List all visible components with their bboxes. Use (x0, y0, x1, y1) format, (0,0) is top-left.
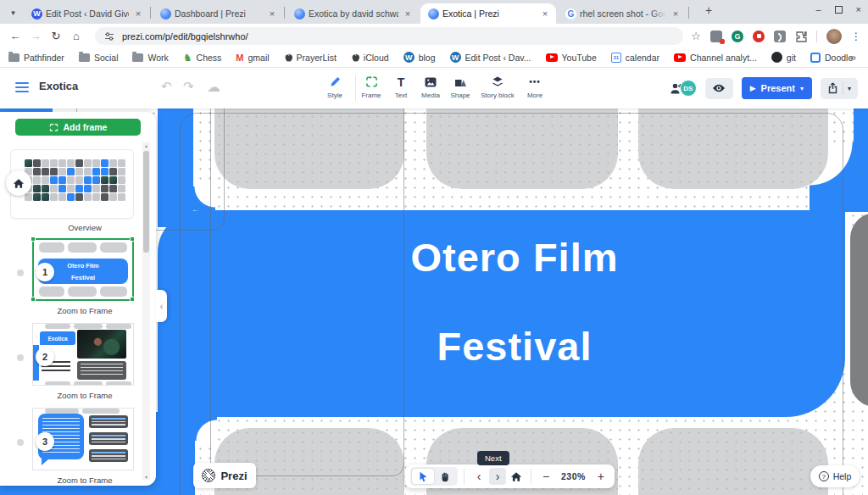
bookmarks-overflow-icon[interactable]: » (850, 52, 856, 64)
scrollbar-thumb[interactable] (143, 151, 149, 253)
google-icon: G (565, 8, 576, 19)
bookmark-pathfinder[interactable]: Pathfinder (8, 53, 64, 63)
tab-close-icon[interactable]: × (539, 8, 551, 19)
pan-hand-tool[interactable] (434, 469, 456, 484)
calendar-icon: 31 (611, 53, 621, 63)
forward-button[interactable]: → (25, 30, 46, 42)
bookmark-edit-post[interactable]: WEdit Post ‹ Dav... (450, 52, 531, 63)
new-tab-button[interactable]: + (702, 3, 715, 17)
share-button[interactable]: ▾ (821, 78, 858, 99)
bookmark-blog[interactable]: Wblog (403, 52, 436, 63)
home-view-button[interactable] (508, 468, 525, 485)
overview-label: Overview (25, 223, 144, 232)
cursor-icon (418, 471, 428, 482)
sidebar-scrollbar[interactable]: ▴ ▾ (142, 142, 150, 480)
zoom-to-frame-label[interactable]: Zoom to Frame (25, 476, 144, 485)
prezi-icon (294, 8, 305, 19)
next-button[interactable]: › (489, 468, 506, 485)
tab-title: Dashboard | Prezi (175, 8, 263, 19)
zoom-out-button[interactable]: − (537, 468, 554, 485)
zoom-to-frame-label[interactable]: Zoom to Frame (25, 306, 144, 315)
tab-close-icon[interactable]: × (670, 8, 682, 19)
present-button[interactable]: ▶ Present ▾ (742, 77, 812, 99)
tab-search-icon[interactable]: ▾ (6, 5, 20, 19)
tab-exotica-active[interactable]: Exotica | Prezi × (420, 3, 556, 24)
rss-icon[interactable] (774, 31, 786, 42)
drag-handle[interactable] (17, 354, 24, 361)
zoom-to-frame-label[interactable]: Zoom to Frame (25, 391, 144, 400)
tab-close-icon[interactable]: × (132, 8, 144, 19)
tab-exotica-by[interactable]: Exotica by david schwar × (287, 3, 419, 24)
bookmark-icloud[interactable]: iCloud (351, 53, 389, 63)
share-icon (827, 82, 838, 94)
restore-button[interactable] (835, 6, 843, 14)
bookmark-calendar[interactable]: 31calendar (611, 53, 659, 63)
tab-close-icon[interactable]: × (266, 8, 278, 19)
slide-title-line2: Festival (212, 323, 817, 370)
overview-mosaic (25, 159, 127, 209)
tool-more[interactable]: ••• More (516, 75, 554, 99)
tab-dashboard[interactable]: Dashboard | Prezi × (153, 3, 283, 24)
slide-title[interactable]: Otero Film Festival (212, 234, 817, 370)
collaborators[interactable]: DS (669, 80, 697, 97)
sidebar-collapse-button[interactable]: ‹ (156, 290, 167, 322)
grammarly-icon[interactable]: G (732, 31, 743, 42)
bookmark-youtube[interactable]: YouTube (546, 53, 597, 63)
url-bar[interactable]: prezi.com/p/edit/bgqielshrwho/ (95, 27, 683, 45)
undo-icon[interactable]: ↶ (161, 79, 172, 94)
site-settings-icon[interactable] (103, 31, 115, 42)
adblock-icon[interactable] (753, 31, 765, 42)
extension-icon[interactable] (710, 31, 722, 42)
extensions-puzzle-icon[interactable] (795, 31, 807, 42)
bookmark-social[interactable]: Social (79, 53, 119, 63)
overview-card[interactable] (10, 149, 134, 219)
reload-button[interactable]: ↻ (46, 30, 66, 42)
bookmark-work[interactable]: Work (132, 53, 168, 63)
bookmark-prayerlist[interactable]: PrayerList (284, 53, 337, 63)
tab-edit-post[interactable]: W Edit Post ‹ David Given — × (24, 3, 149, 24)
shape-icon (454, 75, 467, 89)
wordpress-icon: W (450, 52, 461, 63)
tab-title: Exotica | Prezi (442, 8, 536, 19)
drag-handle[interactable] (17, 439, 24, 446)
help-button[interactable]: ? Help (810, 465, 860, 487)
zoom-in-button[interactable]: + (593, 468, 609, 485)
profile-avatar[interactable] (826, 29, 842, 44)
tab-rhel-search[interactable]: G rhel screen shot - Google × (558, 3, 687, 24)
bookmark-chess[interactable]: ♞Chess (183, 53, 222, 63)
select-cursor-tool[interactable] (412, 469, 434, 484)
bookmark-channel-analytics[interactable]: Channel analyt... (674, 53, 757, 63)
thumb-dark-textbox (89, 449, 128, 462)
browser-menu-icon[interactable]: ⋮ (851, 31, 861, 42)
tool-story-block[interactable]: Story block (475, 75, 520, 99)
thumb-exotica-tag: Exotica (40, 331, 75, 345)
hamburger-menu-icon[interactable] (15, 82, 29, 84)
tab-close-icon[interactable]: × (402, 8, 414, 19)
home-button[interactable]: ⌂ (66, 30, 86, 42)
previous-button[interactable]: ‹ (470, 468, 487, 485)
user-avatar[interactable]: DS (680, 80, 697, 97)
scroll-up-icon[interactable]: ▴ (145, 142, 147, 148)
add-frame-button[interactable]: Add frame (15, 119, 141, 136)
play-icon: ▶ (750, 84, 756, 92)
preview-button[interactable] (705, 78, 733, 99)
redo-icon[interactable]: ↷ (183, 79, 194, 94)
back-button[interactable]: ← (5, 30, 25, 42)
youtube-icon (546, 53, 558, 62)
bookmark-gmail[interactable]: Mgmail (236, 53, 269, 63)
bookmark-git[interactable]: git (771, 52, 796, 63)
drag-handle[interactable] (17, 270, 24, 276)
scroll-down-icon[interactable]: ▾ (145, 474, 147, 480)
bookmarks-bar: Pathfinder Social Work ♞Chess Mgmail Pra… (0, 47, 868, 68)
tool-shape[interactable]: Shape (442, 75, 479, 99)
prezi-logo-text: Prezi (220, 470, 247, 482)
frame-number-badge: 3 (36, 432, 54, 451)
bookmark-doodle[interactable]: Doodle (810, 53, 853, 63)
canvas-dark-tile[interactable] (850, 213, 868, 407)
close-window-button[interactable]: × (856, 4, 861, 14)
tool-style[interactable]: Style (316, 75, 353, 99)
minimize-button[interactable]: – (815, 4, 821, 14)
wordpress-icon: W (403, 52, 415, 63)
thumb-dark-textbox (89, 415, 128, 428)
bookmark-star-icon[interactable]: ☆ (691, 30, 701, 42)
